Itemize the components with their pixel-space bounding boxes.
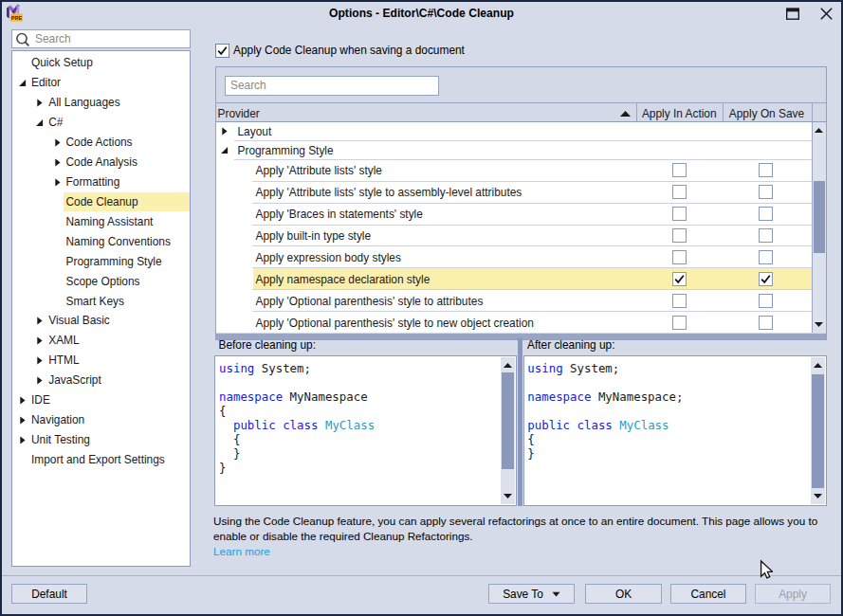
grid-header: ProviderApply In ActionApply On Save [216,103,827,122]
collapsed-arrow-icon[interactable] [18,396,27,405]
grid-row-apply-attribute-lists-style-to-assembly-level-attributes[interactable]: Apply 'Attribute lists' style to assembl… [216,182,812,204]
apply-in-action-checkbox[interactable] [672,316,687,330]
collapsed-arrow-icon[interactable] [53,138,62,147]
expanded-arrow-icon[interactable] [220,146,229,154]
apply-on-save-checkbox[interactable] [759,250,773,264]
apply-in-action-checkbox[interactable] [672,207,687,221]
grid-row-label: Apply namespace declaration style [256,268,431,290]
scrollbar-thumb[interactable] [814,181,826,253]
before-code-editor[interactable]: using System; namespace MyNamespace{ pub… [214,355,518,506]
apply-on-save-checkbox[interactable] [759,294,773,308]
apply-in-action-checkbox[interactable] [672,163,687,177]
default-button[interactable]: Default [11,584,87,604]
tree-item-all-languages[interactable]: All Languages [12,93,190,113]
sidebar-search-input[interactable]: Search [11,29,191,48]
tree-item-formatting[interactable]: Formatting [12,172,190,192]
before-code-scrollbar[interactable] [501,357,515,504]
tree-item-naming-assistant[interactable]: Naming Assistant [12,212,190,232]
ok-button[interactable]: OK [585,584,662,604]
grid-search-input[interactable]: Search [225,76,439,96]
tree-item-quick-setup[interactable]: Quick Setup [12,53,190,73]
grid-row-apply-expression-body-styles[interactable]: Apply expression body styles [216,247,812,269]
scroll-down-button[interactable] [811,488,825,504]
grid-row-layout[interactable]: Layout [216,122,812,141]
grid-search-placeholder: Search [230,77,266,95]
grid-row-apply-built-in-type-style[interactable]: Apply built-in type style [216,226,812,247]
grid-row-apply-optional-parenthesis-style-to-new-object-creation[interactable]: Apply 'Optional parenthesis' style to ne… [216,312,812,332]
tree-item-ide[interactable]: IDE [12,390,190,410]
collapsed-arrow-icon[interactable] [53,178,62,187]
column-header-apply-on-save[interactable]: Apply On Save [723,105,812,123]
apply-on-save-checkbox[interactable] [759,207,773,221]
tree-item-label: Naming Conventions [66,232,171,252]
apply-on-save-checkbox[interactable] [759,272,773,286]
tree-item-scope-options[interactable]: Scope Options [12,272,190,292]
tree-item-editor[interactable]: Editor [12,73,190,93]
collapsed-arrow-icon[interactable] [35,356,44,365]
scroll-down-button[interactable] [501,488,515,504]
tree-item-code-actions[interactable]: Code Actions [12,133,190,153]
learn-more-link[interactable]: Learn more [213,544,839,559]
expanded-arrow-icon[interactable] [18,79,27,87]
scrollbar-thumb[interactable] [502,372,514,469]
scroll-down-button[interactable] [813,317,827,333]
grid-row-programming-style[interactable]: Programming Style [216,141,812,160]
scroll-up-button[interactable] [813,122,827,138]
apply-in-action-checkbox[interactable] [672,185,687,199]
apply-on-save-checkbox[interactable] [759,316,773,330]
tree-item-html[interactable]: HTML [12,351,190,371]
after-code-scrollbar[interactable] [811,357,825,504]
tree-item-xaml[interactable]: XAML [12,331,190,351]
grid-row-apply-attribute-lists-style[interactable]: Apply 'Attribute lists' style [216,160,812,182]
grid-row-label: Apply expression body styles [256,247,401,269]
tree-item-unit-testing[interactable]: Unit Testing [12,430,190,450]
after-code-editor[interactable]: using System; namespace MyNamespace; pub… [523,355,827,506]
tree-item-naming-conventions[interactable]: Naming Conventions [12,232,190,252]
save-to-button-label: Save To [503,588,543,601]
expanded-arrow-icon[interactable] [35,118,44,127]
scroll-up-button[interactable] [811,357,825,373]
collapsed-arrow-icon[interactable] [53,158,62,167]
collapsed-arrow-icon[interactable] [35,99,44,107]
checkmark-icon [673,274,686,285]
tree-item-code-cleanup[interactable]: Code Cleanup [12,192,190,212]
column-header-apply-in-action[interactable]: Apply In Action [636,105,723,123]
apply-on-save-checkbox[interactable] [759,185,773,199]
collapsed-arrow-icon[interactable] [18,436,27,444]
apply-on-save-checkbox[interactable] [215,44,229,58]
save-to-button[interactable]: Save To [488,584,575,604]
scroll-up-button[interactable] [501,357,515,373]
grid-row-apply-optional-parenthesis-style-to-attributes[interactable]: Apply 'Optional parenthesis' style to at… [216,290,812,312]
apply-on-save-checkbox[interactable] [759,228,773,243]
column-header-provider[interactable]: Provider [218,105,260,123]
tree-item-visual-basic[interactable]: Visual Basic [12,311,190,331]
apply-button[interactable]: Apply [755,584,831,604]
maximize-button[interactable] [778,1,808,26]
collapsed-arrow-icon[interactable] [35,317,44,325]
apply-in-action-checkbox[interactable] [672,272,687,286]
tree-item-navigation[interactable]: Navigation [12,410,190,430]
scrollbar-thumb[interactable] [812,374,824,488]
apply-button-label: Apply [779,588,807,601]
collapsed-arrow-icon[interactable] [35,336,44,345]
tree-item-javascript[interactable]: JavaScript [12,371,190,390]
apply-in-action-checkbox[interactable] [672,250,687,264]
apply-in-action-checkbox[interactable] [672,228,687,243]
tree-item-c[interactable]: C# [12,113,190,133]
collapsed-arrow-icon[interactable] [220,127,229,136]
grid-row-apply-braces-in-statements-style[interactable]: Apply 'Braces in statements' style [216,204,812,226]
close-button[interactable] [812,1,842,26]
apply-on-save-checkbox[interactable] [759,163,773,177]
tree-item-smart-keys[interactable]: Smart Keys [12,292,190,312]
grid-scrollbar[interactable] [812,122,827,333]
column-separator [723,103,724,121]
cancel-button[interactable]: Cancel [670,584,746,604]
tree-item-code-analysis[interactable]: Code Analysis [12,153,190,172]
collapsed-arrow-icon[interactable] [18,416,27,425]
tree-item-programming-style[interactable]: Programming Style [12,252,190,272]
tree-item-import-and-export-settings[interactable]: Import and Export Settings [12,450,190,470]
collapsed-arrow-icon[interactable] [35,376,44,385]
apply-in-action-checkbox[interactable] [672,294,687,308]
code-line: } [219,446,375,461]
grid-row-apply-namespace-declaration-style[interactable]: Apply namespace declaration style [216,268,812,290]
